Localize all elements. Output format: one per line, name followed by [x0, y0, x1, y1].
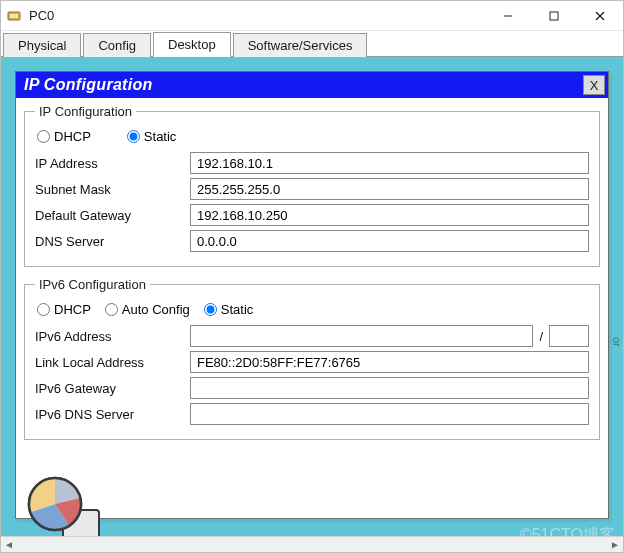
app-window: PC0 Physical Config Desktop Software/Ser… — [0, 0, 624, 553]
ipv6-dns-label: IPv6 DNS Server — [35, 407, 190, 422]
ipv6-static-option[interactable]: Static — [204, 302, 254, 317]
link-local-row: Link Local Address — [35, 351, 589, 373]
ipv6-static-label: Static — [221, 302, 254, 317]
ipv6-legend: IPv6 Configuration — [35, 277, 150, 292]
default-gateway-input[interactable] — [190, 204, 589, 226]
ipv6-auto-radio[interactable] — [105, 303, 118, 316]
ipv6-dhcp-label: DHCP — [54, 302, 91, 317]
titlebar: PC0 — [1, 1, 623, 31]
ipv6-address-input[interactable] — [190, 325, 533, 347]
scroll-right-arrow[interactable]: ► — [607, 537, 623, 553]
ip-address-input[interactable] — [190, 152, 589, 174]
window-buttons — [485, 1, 623, 30]
ipv6-gateway-input[interactable] — [190, 377, 589, 399]
subnet-mask-input[interactable] — [190, 178, 589, 200]
ipv4-group: IP Configuration DHCP Static IP Address — [24, 104, 600, 267]
svg-rect-3 — [550, 12, 558, 20]
ipv6-dns-row: IPv6 DNS Server — [35, 403, 589, 425]
right-edge-text: or — [611, 337, 623, 377]
ipv6-address-label: IPv6 Address — [35, 329, 190, 344]
tab-physical[interactable]: Physical — [3, 33, 81, 57]
tab-config[interactable]: Config — [83, 33, 151, 57]
ipv6-radio-row: DHCP Auto Config Static — [35, 302, 589, 317]
ipv6-static-radio[interactable] — [204, 303, 217, 316]
ip-config-titlebar: IP Configuration X — [16, 72, 608, 98]
scroll-left-arrow[interactable]: ◄ — [1, 537, 17, 553]
ipv4-dhcp-radio[interactable] — [37, 130, 50, 143]
ipv6-prefix-input[interactable] — [549, 325, 589, 347]
subnet-mask-label: Subnet Mask — [35, 182, 190, 197]
default-gateway-label: Default Gateway — [35, 208, 190, 223]
ipv4-dhcp-label: DHCP — [54, 129, 91, 144]
ipv4-static-radio[interactable] — [127, 130, 140, 143]
ipv6-dhcp-option[interactable]: DHCP — [37, 302, 91, 317]
tab-strip: Physical Config Desktop Software/Service… — [1, 31, 623, 57]
ipv6-group: IPv6 Configuration DHCP Auto Config — [24, 277, 600, 440]
ipv6-gateway-label: IPv6 Gateway — [35, 381, 190, 396]
ipv4-dhcp-option[interactable]: DHCP — [37, 129, 91, 144]
ipv6-address-row: IPv6 Address / — [35, 325, 589, 347]
subnet-mask-row: Subnet Mask — [35, 178, 589, 200]
ipv6-auto-option[interactable]: Auto Config — [105, 302, 190, 317]
ipv4-static-label: Static — [144, 129, 177, 144]
ip-config-body: IP Configuration DHCP Static IP Address — [16, 98, 608, 518]
close-button[interactable] — [577, 1, 623, 30]
ipv6-gateway-row: IPv6 Gateway — [35, 377, 589, 399]
ipv4-static-option[interactable]: Static — [127, 129, 177, 144]
link-local-label: Link Local Address — [35, 355, 190, 370]
ipv6-prefix-slash: / — [533, 329, 549, 344]
ip-address-label: IP Address — [35, 156, 190, 171]
default-gateway-row: Default Gateway — [35, 204, 589, 226]
tab-desktop[interactable]: Desktop — [153, 32, 231, 57]
ip-address-row: IP Address — [35, 152, 589, 174]
dns-server-row: DNS Server — [35, 230, 589, 252]
app-icon — [7, 9, 23, 23]
minimize-button[interactable] — [485, 1, 531, 30]
ip-config-close-button[interactable]: X — [583, 75, 605, 95]
ip-config-window: IP Configuration X IP Configuration DHCP — [15, 71, 609, 519]
dns-server-label: DNS Server — [35, 234, 190, 249]
ipv4-radio-row: DHCP Static — [35, 129, 589, 144]
svg-rect-1 — [10, 14, 18, 18]
horizontal-scrollbar[interactable]: ◄ ► — [1, 536, 623, 552]
dns-server-input[interactable] — [190, 230, 589, 252]
ipv6-auto-label: Auto Config — [122, 302, 190, 317]
link-local-input[interactable] — [190, 351, 589, 373]
maximize-button[interactable] — [531, 1, 577, 30]
ipv6-dhcp-radio[interactable] — [37, 303, 50, 316]
window-title: PC0 — [29, 8, 485, 23]
ipv6-dns-input[interactable] — [190, 403, 589, 425]
desktop-area: IP Configuration X IP Configuration DHCP — [1, 57, 623, 552]
ip-config-title: IP Configuration — [24, 76, 583, 94]
tab-software-services[interactable]: Software/Services — [233, 33, 368, 57]
ipv4-legend: IP Configuration — [35, 104, 136, 119]
